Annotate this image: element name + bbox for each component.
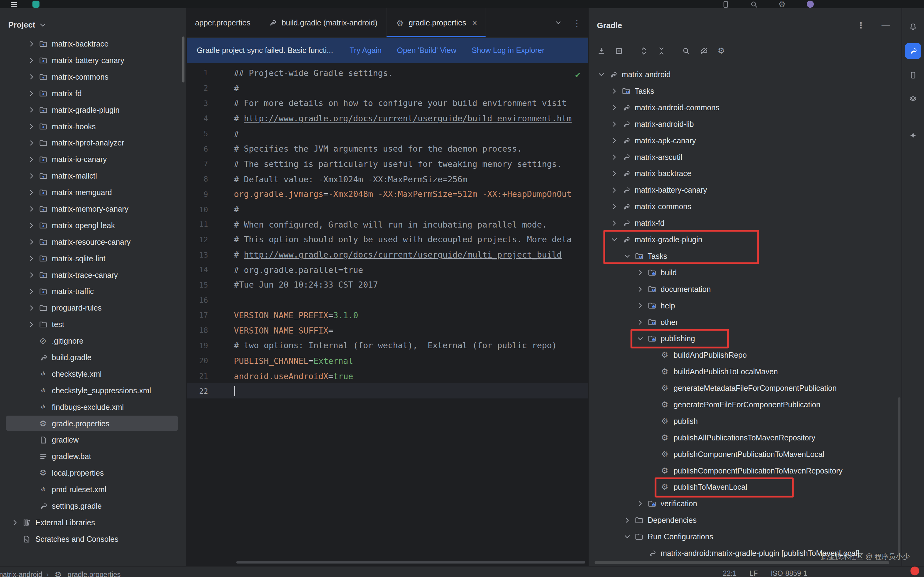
code-line[interactable]: 16 (187, 292, 588, 308)
project-item[interactable]: External Libraries (0, 514, 186, 530)
gradle-vertical-scrollbar[interactable] (898, 397, 900, 556)
status-item[interactable]: 22:1 (723, 569, 737, 577)
code-line[interactable]: 14# org.gradle.parallel=true (187, 262, 588, 277)
project-item[interactable]: matrix-hooks (0, 118, 186, 134)
gradle-node[interactable]: Tasks (589, 82, 898, 99)
gradle-node[interactable]: ⚙publish (589, 413, 898, 429)
gradle-node[interactable]: matrix-android-commons (589, 99, 898, 116)
inspections-ok-icon[interactable]: ✔ (575, 71, 581, 80)
gradle-node[interactable]: ⚙publishComponentPublicationToMavenRepos… (589, 462, 898, 479)
gradle-node[interactable]: matrix-gradle-plugin (589, 231, 898, 247)
device-manager-button[interactable] (718, 0, 733, 8)
tab-dropdown-button[interactable] (551, 15, 566, 30)
chevron-right-icon[interactable] (26, 187, 37, 198)
project-item[interactable]: matrix-resource-canary (0, 234, 186, 250)
gradle-node[interactable]: ⚙publishComponentPublicationToMavenLocal (589, 446, 898, 462)
settings-button[interactable]: ⚙ (714, 43, 729, 58)
gradle-node[interactable]: matrix-commons (589, 198, 898, 215)
code-line[interactable]: 20PUBLISH_CHANNEL=External (187, 353, 588, 368)
chevron-right-icon[interactable] (26, 154, 37, 164)
gradle-node[interactable]: other (589, 314, 898, 330)
chevron-down-icon[interactable] (38, 19, 48, 30)
project-item[interactable]: ‹/›checkstyle.xml (0, 365, 186, 382)
project-item[interactable]: Scratches and Consoles (0, 530, 186, 547)
chevron-right-icon[interactable] (622, 514, 633, 525)
chevron-right-icon[interactable] (26, 203, 37, 214)
chevron-right-icon[interactable] (608, 218, 619, 228)
project-item[interactable]: matrix-traffic (0, 283, 186, 300)
project-item[interactable]: matrix-hprof-analyzer (0, 134, 186, 151)
chevron-right-icon[interactable] (635, 317, 646, 327)
project-item[interactable]: ⊘.gitignore (0, 333, 186, 349)
code-line[interactable]: 4# http://www.gradle.org/docs/current/us… (187, 111, 588, 126)
code-line[interactable]: 5# (187, 126, 588, 141)
device-manager-tool-button[interactable] (905, 67, 921, 83)
gradle-node[interactable]: Dependencies (589, 512, 898, 528)
gradle-node[interactable]: Tasks (589, 247, 898, 264)
project-item[interactable]: gradlew (0, 432, 186, 448)
editor-tab[interactable]: apper.properties (187, 8, 259, 37)
code-line[interactable]: 15#Tue Jun 20 10:24:33 CST 2017 (187, 277, 588, 292)
code-line[interactable]: 12# This option should only be used with… (187, 232, 588, 247)
editor-tab[interactable]: ⚙gradle.properties× (386, 8, 486, 37)
banner-action[interactable]: Try Again (349, 46, 382, 55)
project-item[interactable]: matrix-battery-canary (0, 52, 186, 68)
project-panel-header[interactable]: Project (0, 8, 186, 35)
project-item[interactable]: matrix-fd (0, 85, 186, 102)
chevron-right-icon[interactable] (608, 119, 619, 129)
project-item[interactable]: matrix-gradle-plugin (0, 102, 186, 118)
project-item[interactable]: gradlew.bat (0, 448, 186, 464)
status-item[interactable]: ISO-8859-1 (771, 569, 807, 577)
chevron-right-icon[interactable] (26, 105, 37, 115)
code-line[interactable]: 17VERSION_NAME_PREFIX=3.1.0 (187, 308, 588, 323)
code-line[interactable]: 6# Specifies the JVM arguments used for … (187, 141, 588, 156)
project-item[interactable]: ⚙local.properties (0, 464, 186, 481)
chevron-right-icon[interactable] (26, 269, 37, 280)
attach-button[interactable] (611, 43, 626, 58)
menu-button[interactable] (6, 0, 21, 8)
gradle-node[interactable]: matrix-battery-canary (589, 182, 898, 198)
chevron-right-icon[interactable] (26, 286, 37, 297)
chevron-right-icon[interactable] (26, 121, 37, 132)
gradle-node[interactable]: matrix-backtrace (589, 165, 898, 182)
gradle-node[interactable]: matrix-android-lib (589, 116, 898, 132)
chevron-right-icon[interactable] (608, 201, 619, 212)
gradle-node[interactable]: publishing (589, 330, 898, 347)
collapse-all-button[interactable] (654, 43, 669, 58)
notifications-tool-button[interactable] (905, 19, 921, 35)
project-item[interactable]: matrix-trace-canary (0, 266, 186, 283)
execute-button[interactable] (678, 43, 694, 58)
project-item[interactable]: matrix-opengl-leak (0, 217, 186, 234)
gradle-node[interactable]: ⚙publishAllPublicationsToMavenRepository (589, 429, 898, 446)
gradle-tool-button[interactable] (905, 43, 921, 59)
gradle-node[interactable]: documentation (589, 280, 898, 297)
project-item[interactable]: proguard-rules (0, 300, 186, 316)
project-item[interactable]: ‹/›findbugs-exclude.xml (0, 398, 186, 415)
gradle-node[interactable]: ⚙buildAndPublishToLocalMaven (589, 363, 898, 380)
chevron-down-icon[interactable] (635, 333, 646, 343)
code-line[interactable]: 1## Project-wide Gradle settings. (187, 66, 588, 81)
breadcrumb-project[interactable]: matrix-android (0, 571, 42, 577)
offline-button[interactable] (696, 43, 711, 58)
chevron-right-icon[interactable] (10, 517, 20, 528)
gradle-node[interactable]: matrix-android (589, 66, 898, 83)
avatar-button[interactable] (802, 0, 818, 8)
chevron-right-icon[interactable] (635, 498, 646, 509)
chevron-down-icon[interactable] (596, 69, 607, 80)
gradle-node[interactable]: help (589, 297, 898, 314)
code-line[interactable]: 10# (187, 202, 588, 217)
project-item[interactable]: settings.gradle (0, 497, 186, 514)
chevron-right-icon[interactable] (635, 284, 646, 294)
code-line[interactable]: 7# The setting is particularly useful fo… (187, 156, 588, 171)
chevron-right-icon[interactable] (26, 319, 37, 330)
code-line[interactable]: 22 (187, 384, 588, 398)
status-item[interactable]: LF (750, 569, 758, 577)
chevron-right-icon[interactable] (26, 88, 37, 98)
gradle-node[interactable]: ⚙buildAndPublishRepo (589, 347, 898, 363)
code-line[interactable]: 8# Default value: -Xmx1024m -XX:MaxPermS… (187, 171, 588, 187)
chevron-right-icon[interactable] (608, 102, 619, 113)
gradle-node[interactable]: ⚙publishToMavenLocal (589, 479, 898, 495)
sync-all-button[interactable] (593, 43, 608, 58)
gradle-node[interactable]: ⚙generateMetadataFileForComponentPublica… (589, 380, 898, 396)
more-button[interactable]: ⋮ (569, 15, 584, 30)
